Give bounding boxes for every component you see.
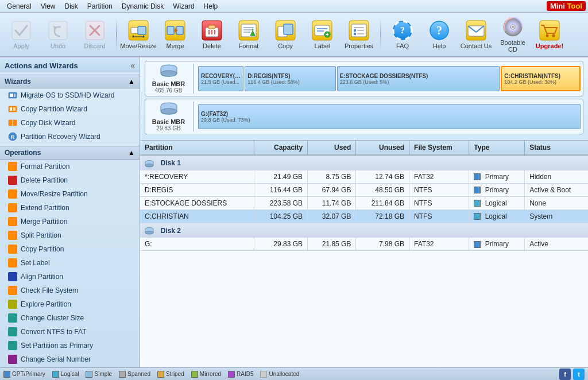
legend-unallocated: Unallocated bbox=[260, 371, 299, 378]
sidebar-item-format-partition[interactable]: Format Partition bbox=[0, 160, 140, 173]
check-file-system-icon bbox=[8, 286, 17, 295]
sidebar-collapse-btn[interactable]: « bbox=[130, 61, 135, 70]
menu-dynamic-disk[interactable]: Dynamic Disk bbox=[117, 1, 168, 11]
table-row-g[interactable]: G: 29.83 GB 21.85 GB 7.98 GB FAT32 Prima… bbox=[140, 238, 588, 251]
sidebar-item-copy-disk-wizard[interactable]: Copy Disk Wizard bbox=[0, 116, 140, 130]
sidebar-item-check-file-system[interactable]: Check File System bbox=[0, 284, 140, 297]
wizards-section-header[interactable]: Wizards ▲ bbox=[0, 75, 140, 88]
svg-rect-17 bbox=[208, 25, 215, 29]
disk1-visual-row: Basic MBR 465.76 GB RECOVERY(FA... 21.5 … bbox=[145, 61, 583, 96]
menu-disk[interactable]: Disk bbox=[60, 1, 83, 11]
svg-rect-29 bbox=[284, 24, 293, 34]
twitter-icon[interactable]: t bbox=[573, 369, 585, 380]
delete-button[interactable]: Delete bbox=[194, 15, 230, 54]
menu-view[interactable]: View bbox=[36, 1, 60, 11]
sidebar-item-copy-partition-wizard[interactable]: Copy Partition Wizard bbox=[0, 102, 140, 116]
cell-capacity-recovery: 21.49 GB bbox=[254, 170, 308, 184]
migrate-os-label: Migrate OS to SSD/HD Wizard bbox=[21, 91, 114, 99]
svg-rect-1 bbox=[49, 21, 67, 40]
disk1-partition-e[interactable]: E:STOCKAGE DOSSIERS(NTFS) 223.6 GB (Used… bbox=[337, 66, 500, 91]
move-resize-button[interactable]: Move/Resize bbox=[121, 15, 156, 54]
label-button[interactable]: Label bbox=[304, 15, 340, 54]
menu-general[interactable]: General bbox=[2, 1, 36, 11]
cell-capacity-c: 104.25 GB bbox=[254, 210, 308, 223]
cell-fs-g: FAT32 bbox=[409, 238, 469, 251]
sidebar-item-move-resize-partition[interactable]: Move/Resize Partition bbox=[0, 187, 140, 201]
table-row-recovery[interactable]: *:RECOVERY 21.49 GB 8.75 GB 12.74 GB FAT… bbox=[140, 170, 588, 184]
apply-label: Apply bbox=[13, 42, 29, 49]
sidebar: Actions and Wizards « Wizards ▲ Migrate … bbox=[0, 57, 140, 367]
format-button[interactable]: Format bbox=[231, 15, 266, 54]
menu-partition[interactable]: Partition bbox=[83, 1, 117, 11]
sidebar-item-split-partition[interactable]: Split Partition bbox=[0, 228, 140, 242]
disk1-partition-recovery[interactable]: RECOVERY(FA... 21.5 GB (Used... bbox=[198, 66, 243, 91]
menu-wizard[interactable]: Wizard bbox=[168, 1, 199, 11]
legend-mirrored: Mirrored bbox=[191, 371, 221, 378]
type-indicator-e bbox=[474, 200, 481, 207]
convert-ntfs-fat-icon bbox=[8, 327, 17, 336]
legend-box-gpt-primary bbox=[3, 371, 10, 378]
table-row-d-regis[interactable]: D:REGIS 116.44 GB 67.94 GB 48.50 GB NTFS… bbox=[140, 183, 588, 196]
cell-used-recovery: 8.75 GB bbox=[308, 170, 356, 184]
svg-text:?: ? bbox=[436, 24, 442, 37]
partition-recovery-wizard-icon: R bbox=[8, 132, 17, 141]
type-indicator-d bbox=[474, 187, 481, 193]
sidebar-item-extend-partition[interactable]: Extend Partition bbox=[0, 201, 140, 215]
sidebar-item-delete-partition[interactable]: Delete Partition bbox=[0, 173, 140, 187]
discard-button[interactable]: Discard bbox=[77, 15, 113, 54]
legend-label-raid5: RAID5 bbox=[237, 371, 253, 377]
help-button[interactable]: ? Help bbox=[421, 15, 457, 54]
operations-section-header[interactable]: Operations ▲ bbox=[0, 146, 140, 160]
contact-button[interactable]: Contact Us bbox=[458, 15, 494, 54]
wizards-collapse-icon: ▲ bbox=[128, 77, 135, 86]
sidebar-item-partition-recovery-wizard[interactable]: R Partition Recovery Wizard bbox=[0, 130, 140, 144]
cell-unused-g: 7.98 GB bbox=[356, 238, 409, 251]
partition-table: Partition Capacity Used Unused File Syst… bbox=[140, 141, 588, 367]
faq-button[interactable]: ? FAQ bbox=[385, 15, 420, 54]
copy-button[interactable]: Copy bbox=[268, 15, 303, 54]
upgrade-button[interactable]: Upgrade! bbox=[532, 15, 567, 54]
format-icon bbox=[238, 20, 260, 41]
extend-partition-label: Extend Partition bbox=[21, 204, 69, 212]
sidebar-item-explore-partition[interactable]: Explore Partition bbox=[0, 297, 140, 311]
sidebar-item-convert-ntfs-fat[interactable]: Convert NTFS to FAT bbox=[0, 325, 140, 339]
bootable-button[interactable]: Bootable CD bbox=[495, 15, 531, 54]
sidebar-item-migrate-os[interactable]: Migrate OS to SSD/HD Wizard bbox=[0, 88, 140, 102]
legend-simple: Simple bbox=[86, 371, 112, 378]
undo-button[interactable]: Undo bbox=[40, 15, 76, 54]
upgrade-label: Upgrade! bbox=[536, 42, 563, 49]
apply-button[interactable]: Apply bbox=[3, 15, 39, 54]
sidebar-item-change-partition-type[interactable]: Change Partition Type ID bbox=[0, 366, 140, 367]
disk1-partition-d[interactable]: D:REGIS(NTFS) 116.4 GB (Used: 58%) bbox=[245, 66, 335, 91]
change-cluster-size-label: Change Cluster Size bbox=[21, 314, 84, 322]
menubar: General View Disk Partition Dynamic Disk… bbox=[0, 0, 588, 13]
disk2-partition-g[interactable]: G:(FAT32) 29.8 GB (Used: 73%) bbox=[198, 104, 581, 129]
sidebar-item-align-partition[interactable]: Align Partition bbox=[0, 270, 140, 284]
set-partition-primary-label: Set Partition as Primary bbox=[21, 342, 93, 350]
cell-type-c: Logical bbox=[469, 210, 525, 223]
legend-box-spanned bbox=[119, 371, 126, 378]
sidebar-item-copy-partition-op[interactable]: Copy Partition bbox=[0, 242, 140, 256]
move-resize-partition-label: Move/Resize Partition bbox=[21, 190, 88, 198]
sidebar-item-merge-partition[interactable]: Merge Partition bbox=[0, 215, 140, 228]
properties-button[interactable]: Properties bbox=[341, 15, 377, 54]
merge-button[interactable]: Merge bbox=[157, 15, 193, 54]
type-indicator-c bbox=[474, 213, 481, 220]
copy-partition-wizard-label: Copy Partition Wizard bbox=[21, 105, 87, 113]
disk1-group-label: Disk 1 bbox=[161, 159, 181, 167]
sidebar-item-set-label[interactable]: Set Label bbox=[0, 256, 140, 270]
sidebar-item-set-partition-primary[interactable]: Set Partition as Primary bbox=[0, 339, 140, 352]
menu-help[interactable]: Help bbox=[199, 1, 223, 11]
table-row-c-christian[interactable]: C:CHRISTIAN 104.25 GB 32.07 GB 72.18 GB … bbox=[140, 210, 588, 223]
svg-rect-42 bbox=[354, 33, 356, 35]
facebook-icon[interactable]: f bbox=[559, 369, 571, 380]
table-row-e-stockage[interactable]: E:STOCKAGE DOSSIERS 223.58 GB 11.74 GB 2… bbox=[140, 196, 588, 210]
disk1-icon bbox=[160, 64, 177, 80]
sidebar-item-change-cluster-size[interactable]: Change Cluster Size bbox=[0, 311, 140, 325]
disk1-partition-c[interactable]: C:CHRISTIAN(NTFS) 104.2 GB (Used: 30%) bbox=[501, 66, 581, 91]
legend-label-striped: Striped bbox=[166, 371, 184, 377]
delete-icon bbox=[201, 20, 223, 41]
change-serial-number-label: Change Serial Number bbox=[21, 355, 91, 363]
sidebar-item-change-serial-number[interactable]: Change Serial Number bbox=[0, 352, 140, 366]
disk2-group-label: Disk 2 bbox=[161, 227, 181, 235]
